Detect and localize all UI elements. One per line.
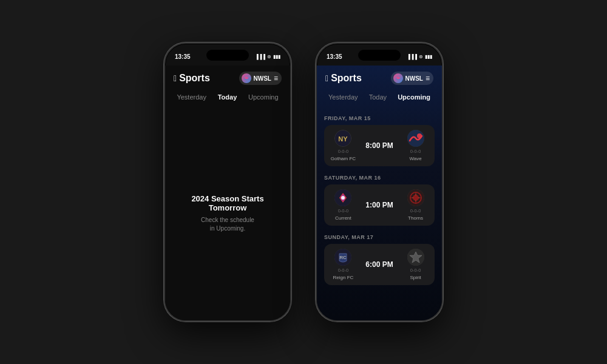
home-name-0: Gotham FC	[331, 156, 356, 161]
section-header-saturday: SATURDAY, MAR 16	[324, 175, 435, 181]
svg-text:NY: NY	[339, 135, 348, 143]
status-icons-2: ▐▐▐ ⊛ ▮▮▮	[407, 54, 432, 59]
match-center-2: 6:00 PM	[360, 260, 399, 269]
wave-logo	[407, 130, 424, 147]
home-record-2: 0-0-0	[338, 268, 349, 273]
wifi-icon: ⊛	[267, 54, 271, 59]
section-sunday: SUNDAY, MAR 17 RC 0-0-0 Reign FC	[324, 232, 435, 291]
away-name-2: Spirit	[410, 275, 421, 280]
home-record-1: 0-0-0	[338, 208, 349, 214]
match-card-1[interactable]: 0-0-0 Current 1:00 PM	[324, 184, 435, 226]
match-time-0: 8:00 PM	[365, 141, 393, 150]
section-header-sunday: SUNDAY, MAR 17	[324, 234, 435, 240]
apple-logo-1: 	[174, 73, 177, 83]
league-text-1: NWSL	[254, 75, 271, 82]
gotham-logo: NY	[334, 130, 351, 147]
reign-logo: RC	[334, 249, 351, 266]
app-title-1:  Sports	[174, 73, 210, 84]
menu-icon-1: ≡	[274, 74, 278, 83]
signal-icon: ▐▐▐	[255, 54, 265, 59]
home-name-1: Current	[335, 215, 351, 221]
away-team-1: 0-0-0 Thorns	[402, 189, 429, 221]
signal-icon-2: ▐▐▐	[407, 54, 417, 59]
current-logo	[334, 189, 351, 206]
sports-label-2: Sports	[331, 73, 362, 84]
league-badge-1[interactable]: NWSL ≡	[239, 72, 282, 85]
app-header-2:  Sports NWSL ≡	[317, 66, 442, 90]
app-title-2:  Sports	[325, 73, 362, 84]
away-name-0: Wave	[409, 156, 421, 161]
apple-logo-2: 	[325, 73, 328, 83]
away-record-1: 0-0-0	[410, 208, 421, 214]
league-badge-2[interactable]: NWSL ≡	[391, 72, 433, 85]
battery-icon-2: ▮▮▮	[425, 54, 432, 59]
status-time-1: 13:35	[175, 53, 191, 60]
spirit-logo	[407, 249, 424, 266]
match-time-1: 1:00 PM	[365, 201, 393, 209]
home-team-1: 0-0-0 Current	[330, 189, 356, 221]
tabs-1: Yesterday Today Upcoming	[165, 90, 290, 107]
phone-1: 13:35 ▐▐▐ ⊛ ▮▮▮  Sports NWSL	[164, 42, 291, 322]
svg-text:RC: RC	[340, 255, 347, 260]
status-time-2: 13:35	[327, 53, 342, 60]
section-header-friday: FRIDAY, MAR 15	[324, 115, 435, 121]
tab-yesterday-2[interactable]: Yesterday	[326, 92, 361, 102]
home-team-0: NY 0-0-0 Gotham FC	[330, 130, 356, 161]
dynamic-island-2	[358, 50, 401, 61]
tab-today-2[interactable]: Today	[367, 92, 389, 102]
away-record-2: 0-0-0	[410, 268, 421, 273]
sports-label-1: Sports	[179, 73, 210, 84]
match-time-2: 6:00 PM	[365, 260, 393, 269]
app-content-2:  Sports NWSL ≡ Yesterday Today Upcoming	[317, 66, 442, 320]
schedule-content: FRIDAY, MAR 15 NY 0-0-0 Gotham FC	[317, 107, 442, 320]
svg-point-4	[417, 133, 422, 138]
away-name-1: Thorns	[408, 215, 423, 221]
app-header-1:  Sports NWSL ≡	[165, 66, 290, 90]
status-icons-1: ▐▐▐ ⊛ ▮▮▮	[255, 54, 280, 59]
league-icon-2	[393, 73, 403, 83]
empty-state: 2024 Season Starts Tomorrow Check the sc…	[165, 107, 290, 320]
empty-subtitle: Check the schedulein Upcoming.	[172, 216, 283, 233]
svg-point-9	[413, 195, 419, 201]
tab-today-1[interactable]: Today	[215, 92, 240, 102]
match-card-0[interactable]: NY 0-0-0 Gotham FC 8:00 PM	[324, 125, 435, 166]
empty-message: 2024 Season Starts Tomorrow Check the sc…	[172, 194, 283, 233]
tabs-2: Yesterday Today Upcoming	[317, 90, 442, 107]
section-saturday: SATURDAY, MAR 16 0-0-0 Current	[324, 172, 435, 232]
menu-icon-2: ≡	[426, 74, 430, 83]
away-team-0: 0-0-0 Wave	[402, 130, 429, 161]
phone-2: 13:35 ▐▐▐ ⊛ ▮▮▮  Sports NWSL ≡	[316, 42, 443, 322]
dynamic-island-1	[206, 50, 249, 61]
home-record-0: 0-0-0	[338, 149, 349, 154]
tab-upcoming-2[interactable]: Upcoming	[395, 92, 433, 102]
away-team-2: 0-0-0 Spirit	[402, 249, 429, 280]
thorns-logo	[407, 189, 424, 206]
svg-point-6	[341, 196, 345, 200]
battery-icon: ▮▮▮	[273, 54, 280, 59]
tab-yesterday-1[interactable]: Yesterday	[174, 92, 209, 102]
wifi-icon-2: ⊛	[419, 54, 423, 59]
empty-title: 2024 Season Starts Tomorrow	[172, 194, 283, 212]
league-text-2: NWSL	[405, 75, 423, 82]
match-center-0: 8:00 PM	[360, 141, 399, 150]
section-friday: FRIDAY, MAR 15 NY 0-0-0 Gotham FC	[324, 113, 435, 172]
league-icon-1	[242, 73, 251, 83]
home-name-2: Reign FC	[333, 275, 354, 280]
app-content-1:  Sports NWSL ≡ Yesterday Today Upcoming	[165, 66, 290, 320]
match-center-1: 1:00 PM	[360, 201, 399, 209]
home-team-2: RC 0-0-0 Reign FC	[330, 249, 356, 280]
tab-upcoming-1[interactable]: Upcoming	[246, 92, 281, 102]
match-card-2[interactable]: RC 0-0-0 Reign FC 6:00 PM	[324, 244, 435, 285]
away-record-0: 0-0-0	[410, 149, 421, 154]
